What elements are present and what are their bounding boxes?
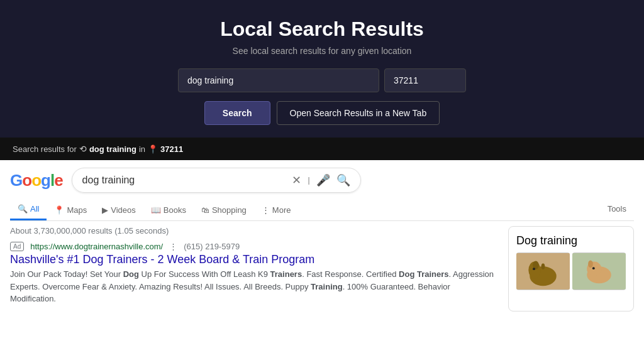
logo-e: e [54, 171, 62, 190]
ad-description: Join Our Pack Today! Set Your Dog Up For… [10, 268, 498, 305]
tab-books[interactable]: 📖 Books [143, 199, 194, 220]
location-pin-icon: 📍 [148, 144, 158, 154]
results-main: About 3,730,000,000 results (1.05 second… [10, 226, 498, 311]
tab-maps[interactable]: 📍 Maps [47, 199, 94, 220]
ad-label-row: Ad https://www.dogtrainernashville.com/ … [10, 242, 498, 251]
knowledge-panel-title: Dog training [516, 234, 626, 247]
tab-videos[interactable]: ▶ Videos [94, 199, 143, 220]
search-icon: ⟲ [79, 144, 87, 154]
tab-more[interactable]: ⋮ More [254, 199, 299, 220]
shopping-icon: 🛍 [201, 205, 209, 215]
svg-point-5 [541, 263, 545, 269]
results-bar-in: in [139, 144, 145, 154]
results-count: About 3,730,000,000 results (1.05 second… [10, 226, 498, 235]
tab-more-label: More [272, 205, 291, 215]
logo-o2: o [31, 171, 41, 190]
google-searchbar[interactable]: dog training ✕ | 🎤 🔍 [72, 168, 361, 193]
tab-tools[interactable]: Tools [600, 199, 634, 220]
ad-title[interactable]: Nashville's #1 Dog Trainers - 2 Week Boa… [10, 253, 498, 266]
ad-url[interactable]: https://www.dogtrainernashville.com/ [30, 242, 163, 251]
main-content: About 3,730,000,000 results (1.05 second… [10, 226, 634, 311]
page-title: Local Search Results [13, 18, 631, 41]
google-search-icons: ✕ | 🎤 🔍 [292, 173, 350, 187]
google-logo: Google [10, 171, 63, 190]
svg-point-10 [592, 267, 595, 269]
all-search-icon: 🔍 [18, 204, 28, 214]
books-icon: 📖 [151, 205, 161, 215]
tab-maps-label: Maps [67, 205, 87, 215]
google-search-text: dog training [82, 175, 287, 186]
search-query-input[interactable] [178, 68, 379, 92]
tab-videos-label: Videos [111, 205, 136, 215]
logo-g: G [10, 171, 22, 190]
clear-icon[interactable]: ✕ [292, 173, 301, 187]
open-new-tab-button[interactable]: Open Search Results in a New Tab [277, 101, 440, 125]
tab-all[interactable]: 🔍 All [10, 199, 47, 220]
search-inputs-container [13, 68, 631, 92]
header-section: Local Search Results See local search re… [0, 0, 644, 138]
results-bar: Search results for ⟲ dog training in 📍 3… [0, 138, 644, 160]
ad-section: Ad https://www.dogtrainernashville.com/ … [10, 242, 498, 305]
google-tabs: 🔍 All 📍 Maps ▶ Videos 📖 Books 🛍 Shopping… [10, 199, 634, 221]
google-panel: Google dog training ✕ | 🎤 🔍 🔍 All 📍 Maps… [0, 160, 644, 341]
search-buttons-container: Search Open Search Results in a New Tab [13, 101, 631, 125]
tab-books-label: Books [164, 205, 186, 215]
ad-phone: (615) 219-5979 [184, 242, 240, 251]
results-bar-keyword: dog training [89, 144, 136, 154]
more-icon: ⋮ [262, 205, 270, 215]
logo-o1: o [22, 171, 31, 190]
tab-shopping[interactable]: 🛍 Shopping [194, 199, 254, 220]
microphone-icon[interactable]: 🎤 [316, 173, 330, 187]
results-bar-location: 37211 [160, 144, 183, 154]
lens-icon[interactable]: 🔍 [336, 173, 350, 187]
ad-menu-icon[interactable]: ⋮ [169, 242, 177, 251]
results-bar-prefix: Search results for [13, 144, 77, 154]
maps-icon: 📍 [54, 205, 64, 215]
knowledge-panel-images [516, 252, 626, 290]
logo-g2: g [41, 171, 50, 190]
tab-all-label: All [30, 204, 39, 214]
ad-badge: Ad [10, 242, 24, 251]
knowledge-image-1 [516, 252, 570, 290]
tab-shopping-label: Shopping [212, 205, 247, 215]
svg-point-9 [588, 261, 593, 268]
divider: | [308, 176, 309, 185]
search-button[interactable]: Search [204, 101, 270, 125]
zip-input[interactable] [384, 68, 466, 92]
knowledge-image-2 [572, 252, 626, 290]
page-subtitle: See local search results for any given l… [13, 46, 631, 56]
svg-point-4 [533, 268, 535, 270]
videos-icon: ▶ [102, 205, 108, 215]
google-header: Google dog training ✕ | 🎤 🔍 [10, 168, 634, 193]
knowledge-panel: Dog training [508, 226, 634, 311]
